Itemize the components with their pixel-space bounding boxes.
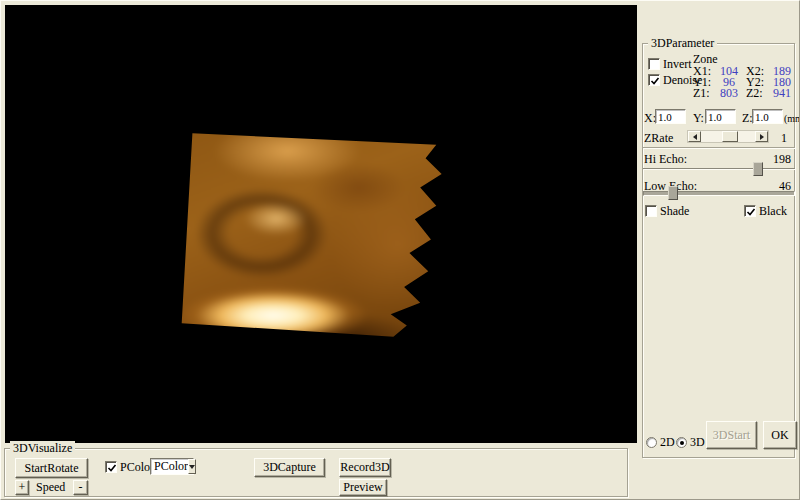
hi-echo-label: Hi Echo:	[644, 153, 687, 166]
shade-label: Shade	[660, 204, 689, 218]
parameter-groupbox: 3DParameter Invert Denoise Zone X1: 104 …	[642, 43, 795, 458]
start-rotate-button[interactable]: StartRotate	[15, 458, 88, 478]
check-icon	[746, 207, 756, 217]
parameter-groupbox-title: 3DParameter	[648, 36, 717, 50]
check-icon	[650, 76, 660, 86]
visualize-groupbox-title: 3DVisualize	[10, 441, 75, 455]
black-checkbox[interactable]	[744, 205, 756, 217]
invert-label: Invert	[663, 57, 692, 71]
ultrasound-volume-paint	[171, 105, 455, 347]
pcolor-checkbox-label: PColor	[120, 460, 154, 474]
speed-label: Speed	[36, 481, 65, 494]
record3d-button[interactable]: Record3D	[339, 458, 391, 477]
low-echo-slider-thumb[interactable]	[668, 186, 678, 200]
app-window: { "colors": { "bg": "#ece9d8", "viewport…	[0, 0, 800, 500]
preview-button[interactable]: Preview	[339, 479, 387, 496]
check-icon	[107, 463, 117, 473]
pcolor-dropdown-button[interactable]	[188, 459, 196, 474]
mode-3d-label: 3D	[690, 435, 705, 449]
scale-y-label: Y:	[693, 112, 704, 125]
hi-echo-slider-track[interactable]	[643, 168, 795, 170]
separator	[643, 147, 795, 149]
hi-echo-value: 198	[773, 153, 791, 166]
hi-echo-slider-thumb[interactable]	[753, 162, 763, 176]
mode-3d-radio[interactable]	[676, 437, 687, 448]
zrate-scrollbar-thumb[interactable]	[722, 131, 738, 142]
ultrasound-volume-render	[179, 113, 447, 339]
denoise-checkbox[interactable]	[648, 74, 660, 86]
mode-2d-radio-row: 2D	[646, 436, 675, 449]
render-viewport[interactable]	[5, 5, 637, 443]
zone-z1-label: Z1:	[693, 87, 710, 100]
zrate-scroll-right-button[interactable]	[755, 131, 768, 142]
mode-3d-radio-row: 3D	[676, 436, 705, 449]
parameter-panel: 3DParameter Invert Denoise Zone X1: 104 …	[637, 1, 800, 500]
scroll-right-icon	[760, 134, 764, 140]
zone-z2-value: 941	[768, 87, 796, 100]
zone-z1-value: 803	[715, 87, 743, 100]
scroll-left-icon	[693, 134, 697, 140]
zone-z2-label: Z2:	[746, 87, 763, 100]
scale-z-input[interactable]	[752, 109, 783, 124]
chevron-down-icon	[189, 465, 195, 469]
visualize-bar: 3DVisualize StartRotate + Speed - PColor…	[1, 443, 637, 500]
scale-x-input[interactable]	[655, 109, 686, 124]
3dcapture-button[interactable]: 3DCapture	[254, 458, 325, 477]
mode-2d-label: 2D	[660, 435, 675, 449]
scale-y-input[interactable]	[705, 109, 736, 124]
invert-checkbox-row: Invert	[648, 58, 692, 71]
visualize-groupbox: 3DVisualize StartRotate + Speed - PColor…	[4, 448, 628, 497]
3dstart-button[interactable]: 3DStart	[706, 421, 757, 449]
shade-checkbox-row: Shade	[645, 205, 689, 218]
pcolor-dropdown[interactable]: PColor	[150, 458, 194, 475]
black-checkbox-row: Black	[744, 205, 787, 218]
shade-checkbox[interactable]	[645, 205, 657, 217]
pcolor-dropdown-value: PColor	[151, 460, 188, 473]
zrate-scroll-left-button[interactable]	[688, 131, 701, 142]
low-echo-slider-track[interactable]	[643, 191, 795, 196]
invert-checkbox[interactable]	[648, 58, 660, 70]
mode-2d-radio[interactable]	[646, 437, 657, 448]
pcolor-checkbox[interactable]	[105, 461, 117, 473]
zrate-label: ZRate	[644, 132, 673, 145]
pcolor-checkbox-row: PColor	[105, 461, 154, 474]
ok-button[interactable]: OK	[763, 421, 797, 449]
black-label: Black	[759, 204, 787, 218]
zrate-value: 1	[777, 132, 791, 145]
scale-unit-label: (mm/p)	[784, 112, 800, 125]
speed-plus-button[interactable]: +	[15, 480, 29, 495]
speed-minus-button[interactable]: -	[73, 480, 88, 495]
zrate-scrollbar[interactable]	[687, 130, 769, 143]
radio-dot-icon	[680, 441, 684, 445]
